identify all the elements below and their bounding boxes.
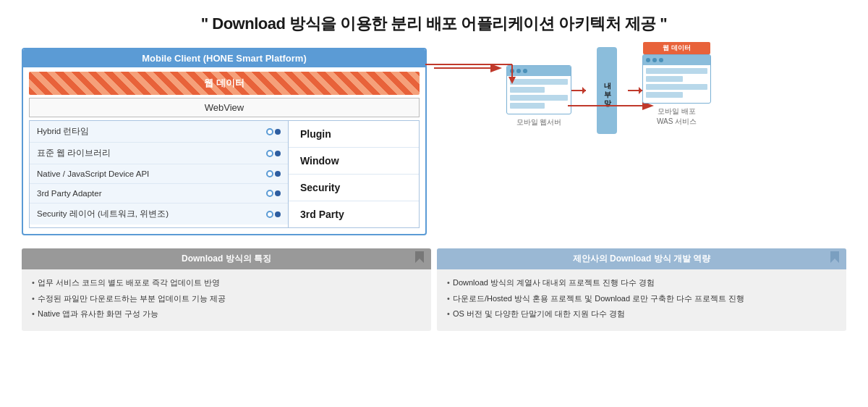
connector-5 bbox=[266, 211, 281, 218]
bottom-card-left: Download 방식의 특징 업무 서비스 코드의 별도 배포로 즉각 업데이… bbox=[22, 248, 431, 331]
connector-1 bbox=[266, 128, 281, 135]
arrow-post bbox=[628, 90, 642, 91]
page-container: " Download 방식을 이용한 분리 배포 어플리케이션 아키텍처 제공 … bbox=[0, 0, 868, 345]
dot-filled bbox=[275, 129, 281, 135]
server-dot-1 bbox=[510, 69, 514, 73]
was-row-short bbox=[646, 76, 683, 82]
was-dot-1 bbox=[646, 58, 650, 62]
was-row bbox=[646, 84, 707, 90]
list-item: Hybrid 런타임 bbox=[30, 121, 288, 143]
dot-circle bbox=[266, 150, 273, 157]
right-bullet-2: 다운로드/Hosted 방식 혼용 프로젝트 및 Download 로만 구축한… bbox=[447, 293, 836, 305]
connector-2 bbox=[266, 150, 281, 157]
connector-4 bbox=[266, 190, 281, 197]
connector-3 bbox=[266, 170, 281, 177]
arrowhead-mid bbox=[582, 87, 590, 94]
server-dot-2 bbox=[516, 69, 521, 73]
bookmark-icon bbox=[414, 251, 425, 263]
right-item-3rdparty: 3rd Party bbox=[289, 201, 419, 227]
server-area: 모바일 웹서버 내부망 bbox=[427, 48, 846, 134]
dot-circle bbox=[266, 170, 273, 177]
server-row-short bbox=[510, 103, 545, 109]
svg-marker-7 bbox=[830, 251, 839, 263]
inner-grid: Hybrid 런타임 표준 웹 라이브러리 bbox=[29, 120, 420, 228]
was-dot-2 bbox=[652, 58, 657, 62]
server-header bbox=[507, 66, 571, 76]
bottom-card-right-header: 제안사의 Download 방식 개발 역량 bbox=[437, 248, 846, 269]
security-layer-label: Security 레이어 (네트워크, 위변조) bbox=[37, 209, 169, 219]
bookmark-icon-right bbox=[829, 251, 841, 263]
web-lib-label: 표준 웹 라이브러리 bbox=[37, 148, 111, 159]
main-title: " Download 방식을 이용한 분리 배포 어플리케이션 아키텍처 제공 … bbox=[22, 13, 846, 35]
mobile-client-header: Mobile Client (HONE Smart Platform) bbox=[23, 49, 425, 67]
was-dot-3 bbox=[659, 58, 663, 62]
server-dot-3 bbox=[523, 69, 527, 73]
internal-network-group: 내부망 bbox=[586, 47, 628, 134]
list-item: Native / JavaScript Device API bbox=[30, 164, 288, 184]
bottom-card-right: 제안사의 Download 방식 개발 역량 Download 방식의 계열사 … bbox=[437, 248, 846, 331]
left-bullet-3: Native 앱과 유사한 화면 구성 가능 bbox=[32, 308, 421, 320]
server-row-short bbox=[510, 87, 545, 93]
dot-circle bbox=[266, 128, 273, 135]
list-item: Security 레이어 (네트워크, 위변조) bbox=[30, 204, 288, 225]
was-web-data-label: 웹 데이터 bbox=[643, 42, 710, 54]
internal-network: 내부망 bbox=[597, 47, 617, 134]
right-bullet-1: Download 방식의 계열사 대내외 프로젝트 진행 다수 경험 bbox=[447, 277, 836, 289]
was-server-label: 모바일 배포 WAS 서비스 bbox=[657, 106, 697, 127]
was-box: 웹 데이터 bbox=[642, 54, 711, 104]
was-body bbox=[643, 65, 710, 103]
left-col: Hybrid 런타임 표준 웹 라이브러리 bbox=[30, 121, 289, 227]
web-data-bar: 웹 데이터 bbox=[29, 72, 420, 95]
bottom-card-right-body: Download 방식의 계열사 대내외 프로젝트 진행 다수 경험 다운로드/… bbox=[437, 269, 846, 331]
webview-bar: WebView bbox=[29, 98, 420, 117]
bottom-section: Download 방식의 특징 업무 서비스 코드의 별도 배포로 즉각 업데이… bbox=[22, 248, 846, 331]
server-row-group: 모바일 웹서버 내부망 bbox=[506, 59, 846, 134]
mobile-client-box: Mobile Client (HONE Smart Platform) 웹 데이… bbox=[22, 48, 427, 235]
svg-marker-6 bbox=[415, 251, 424, 263]
party-adapter-label: 3rd Party Adapter bbox=[37, 189, 102, 198]
right-item-window: Window bbox=[289, 148, 419, 175]
top-section: Mobile Client (HONE Smart Platform) 웹 데이… bbox=[22, 48, 846, 235]
dot-filled bbox=[275, 171, 281, 177]
server-row bbox=[510, 95, 568, 101]
dot-circle bbox=[266, 190, 273, 197]
dot-filled bbox=[275, 151, 281, 156]
server-row bbox=[510, 79, 568, 85]
mobile-server-group: 모바일 웹서버 bbox=[506, 65, 571, 127]
mobile-server-label: 모바일 웹서버 bbox=[516, 117, 562, 127]
left-bullet-2: 수정된 파일만 다운로드하는 부분 업데이트 기능 제공 bbox=[32, 293, 421, 305]
dot-filled bbox=[275, 190, 281, 196]
was-row-short bbox=[646, 92, 683, 98]
mobile-server-box bbox=[506, 65, 571, 114]
right-col: Plugin Window Security 3rd Party bbox=[289, 121, 419, 227]
arrow-mid bbox=[571, 90, 586, 91]
right-bullet-3: OS 버전 및 다양한 단말기에 대한 지원 다수 경험 bbox=[447, 308, 836, 320]
was-server-group: 웹 데이터 모바일 배포 WAS 서비스 bbox=[642, 54, 711, 127]
right-item-plugin: Plugin bbox=[289, 121, 419, 148]
dot-circle bbox=[266, 211, 273, 218]
hybrid-runtime-label: Hybrid 런타임 bbox=[37, 126, 89, 137]
server-body bbox=[507, 76, 571, 114]
was-header bbox=[643, 55, 710, 65]
list-item: 3rd Party Adapter bbox=[30, 184, 288, 204]
was-row bbox=[646, 68, 707, 74]
right-item-security: Security bbox=[289, 175, 419, 201]
dot-filled bbox=[275, 211, 281, 217]
bottom-card-left-body: 업무 서비스 코드의 별도 배포로 즉각 업데이트 반영 수정된 파일만 다운로… bbox=[22, 269, 431, 331]
bottom-card-left-header: Download 방식의 특징 bbox=[22, 248, 431, 269]
native-js-label: Native / JavaScript Device API bbox=[37, 169, 149, 178]
left-bullet-1: 업무 서비스 코드의 별도 배포로 즉각 업데이트 반영 bbox=[32, 277, 421, 289]
list-item: 표준 웹 라이브러리 bbox=[30, 143, 288, 164]
